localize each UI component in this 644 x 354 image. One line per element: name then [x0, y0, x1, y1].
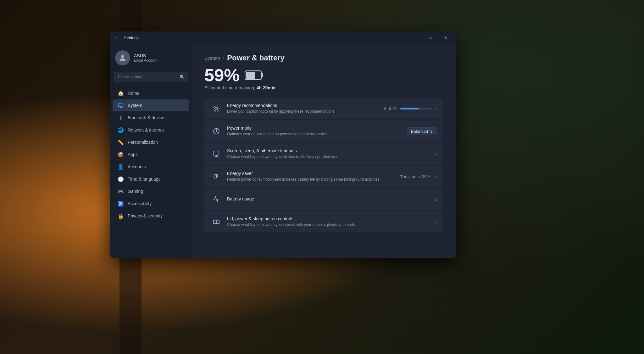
title-bar-controls: ─ □ ✕ — [408, 33, 453, 43]
content-area: System › Power & battery 59% Estimated t… — [192, 44, 456, 258]
energy-rec-progress — [400, 108, 432, 110]
nav-item-apps[interactable]: 📦 Apps — [113, 149, 189, 160]
battery-icon — [245, 70, 264, 81]
breadcrumb: System › Power & battery — [204, 53, 443, 62]
privacy-icon: 🔒 — [118, 213, 124, 219]
user-name: ASUS — [134, 53, 158, 58]
battery-percentage: 59% — [204, 65, 240, 85]
nav-item-privacy[interactable]: 🔒 Privacy & security — [113, 210, 189, 222]
estimated-time-value: 4h 20min — [257, 85, 276, 90]
power-mode-title: Power mode — [227, 126, 402, 131]
card-row-power-mode[interactable]: Power mode Optimize your device based on… — [204, 121, 443, 142]
battery-usage-row[interactable]: Battery usage ∨ — [204, 188, 443, 210]
battery-usage-icon — [211, 194, 222, 205]
nav-item-network[interactable]: 🌐 Network & internet — [113, 124, 189, 136]
accessibility-icon: ♿ — [118, 200, 124, 207]
search-input[interactable] — [114, 72, 188, 82]
lid-controls-icon — [211, 216, 222, 228]
card-row-energy-saver[interactable]: Energy saver Reduce power consumption an… — [204, 166, 443, 187]
title-bar: ← Settings ─ □ ✕ — [110, 31, 456, 44]
card-row-lid-controls[interactable]: Lid, power & sleep button controls Choos… — [204, 211, 443, 233]
accounts-icon: 👤 — [118, 164, 124, 170]
svg-point-6 — [214, 106, 219, 111]
nav-label-gaming: Gaming — [128, 189, 143, 194]
card-power-mode: Power mode Optimize your device based on… — [204, 121, 443, 142]
breadcrumb-current: Power & battery — [227, 53, 285, 62]
nav-item-bluetooth[interactable]: ᛒ Bluetooth & devices — [113, 112, 189, 124]
expand-icon-lid-controls: ∨ — [434, 219, 437, 224]
lid-controls-text: Lid, power & sleep button controls Choos… — [227, 216, 429, 228]
card-row-energy-rec[interactable]: Energy recommendations Lower your carbon… — [204, 98, 443, 119]
card-text-energy-saver: Energy saver Reduce power consumption an… — [227, 171, 395, 182]
battery-display: 59% — [204, 65, 443, 85]
card-energy-recommendations: Energy recommendations Lower your carbon… — [204, 98, 443, 119]
home-icon: 🏠 — [118, 90, 124, 96]
time-icon: 🕐 — [118, 176, 124, 182]
maximize-button[interactable]: □ — [423, 33, 438, 43]
sidebar: ASUS Local Account 🔍 🏠 Home System — [110, 44, 192, 258]
lid-controls-title: Lid, power & sleep button controls — [227, 216, 429, 221]
battery-usage-title: Battery usage — [227, 196, 429, 201]
nav-item-system[interactable]: System — [113, 99, 189, 111]
apps-icon: 📦 — [118, 151, 124, 158]
chevron-right-icon: › — [436, 106, 437, 111]
nav-label-privacy: Privacy & security — [128, 213, 163, 218]
card-right-screen-sleep: ∨ — [434, 151, 437, 156]
svg-rect-8 — [213, 151, 219, 155]
nav-item-time[interactable]: 🕐 Time & language — [113, 173, 189, 185]
personalization-icon: ✏️ — [118, 139, 124, 145]
gaming-icon: 🎮 — [118, 188, 124, 194]
search-box: 🔍 — [114, 72, 188, 82]
avatar — [115, 50, 130, 65]
energy-saver-status: Turns on at 30% — [400, 174, 430, 179]
nav-item-personalization[interactable]: ✏️ Personalization — [113, 136, 189, 148]
power-mode-icon — [211, 126, 222, 137]
card-energy-saver: Energy saver Reduce power consumption an… — [204, 166, 443, 187]
nav-item-gaming[interactable]: 🎮 Gaming — [113, 185, 189, 197]
card-row-screen-sleep[interactable]: Screen, sleep, & hibernate timeouts Choo… — [204, 143, 443, 165]
screen-sleep-title: Screen, sleep, & hibernate timeouts — [227, 148, 429, 153]
power-mode-dropdown[interactable]: Balanced ∨ — [407, 127, 437, 135]
card-right-energy-saver: Turns on at 30% ∨ — [400, 174, 437, 179]
nav-item-home[interactable]: 🏠 Home — [113, 87, 189, 99]
card-lid-controls: Lid, power & sleep button controls Choos… — [204, 211, 443, 233]
minimize-button[interactable]: ─ — [408, 33, 423, 43]
svg-point-5 — [215, 107, 218, 110]
settings-window: ← Settings ─ □ ✕ ASUS Local Account — [110, 31, 456, 258]
bluetooth-icon: ᛒ — [118, 115, 124, 121]
nav-item-accounts[interactable]: 👤 Accounts — [113, 161, 189, 173]
system-icon — [118, 102, 124, 109]
card-right-power-mode: Balanced ∨ — [407, 127, 437, 135]
nav-label-accounts: Accounts — [128, 164, 146, 169]
lid-controls-right: ∨ — [434, 219, 437, 224]
user-account-type: Local Account — [134, 58, 158, 63]
nav-item-accessibility[interactable]: ♿ Accessibility — [113, 198, 189, 210]
title-bar-title: Settings — [124, 36, 139, 40]
card-screen-sleep: Screen, sleep, & hibernate timeouts Choo… — [204, 143, 443, 165]
nav-label-apps: Apps — [128, 152, 138, 157]
power-mode-value: Balanced — [411, 129, 428, 134]
nav-label-home: Home — [128, 91, 139, 96]
user-info: ASUS Local Account — [134, 53, 158, 63]
dropdown-chevron-icon: ∨ — [430, 129, 433, 134]
card-text-screen-sleep: Screen, sleep, & hibernate timeouts Choo… — [227, 148, 429, 160]
card-text-power-mode: Power mode Optimize your device based on… — [227, 126, 402, 137]
svg-rect-3 — [261, 73, 263, 77]
progress-fill — [400, 108, 419, 110]
time-remaining: Estimated time remaining: 4h 20min — [204, 85, 443, 90]
energy-rec-icon — [211, 103, 222, 114]
energy-rec-title: Energy recommendations — [227, 103, 379, 108]
main-area: ASUS Local Account 🔍 🏠 Home System — [110, 44, 456, 258]
back-button[interactable]: ← — [115, 35, 120, 41]
lid-controls-desc: Choose what happens when you interact wi… — [227, 222, 429, 228]
nav-label-network: Network & internet — [128, 127, 164, 132]
breadcrumb-parent: System — [204, 55, 220, 61]
close-button[interactable]: ✕ — [438, 33, 453, 43]
user-section[interactable]: ASUS Local Account — [110, 47, 192, 72]
nav-label-accessibility: Accessibility — [128, 201, 152, 206]
svg-rect-4 — [246, 72, 255, 79]
expand-icon-screen-sleep: ∨ — [434, 151, 437, 156]
energy-saver-desc: Reduce power consumption and increase ba… — [227, 177, 395, 182]
energy-rec-desc: Lower your carbon footprint by applying … — [227, 109, 379, 114]
screen-sleep-desc: Choose what happens when your device is … — [227, 154, 429, 160]
